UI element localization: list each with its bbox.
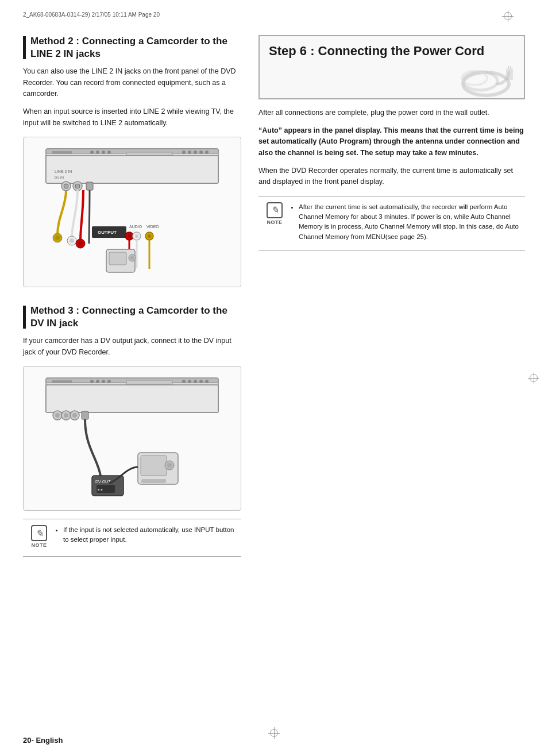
svg-point-53 — [205, 380, 209, 383]
svg-rect-48 — [126, 380, 172, 385]
svg-point-58 — [64, 413, 68, 418]
svg-point-69 — [167, 463, 172, 468]
method2-diagram: LINE 2 IN DV IN — [23, 137, 241, 287]
method3-heading: Method 3 : Connecting a Camcorder to the… — [23, 304, 241, 330]
svg-rect-61 — [82, 411, 88, 419]
svg-point-46 — [102, 380, 105, 383]
svg-point-31 — [128, 234, 131, 238]
svg-point-9 — [188, 151, 191, 154]
svg-point-47 — [107, 380, 111, 383]
svg-text:OUTPUT: OUTPUT — [98, 230, 117, 235]
svg-point-45 — [96, 380, 99, 383]
svg-text:VIDEO: VIDEO — [146, 225, 159, 229]
method3-note: ✎ NOTE If the input is not selected auto… — [23, 519, 241, 557]
svg-rect-74 — [506, 68, 513, 80]
svg-point-19 — [75, 184, 80, 188]
svg-point-51 — [194, 380, 197, 383]
method3-bar — [23, 306, 26, 329]
svg-point-6 — [107, 151, 111, 154]
svg-point-12 — [205, 151, 209, 154]
svg-point-60 — [72, 413, 77, 418]
step6-box: Step 6 : Connecting the Power Cord — [258, 35, 525, 99]
crosshair-bottom — [268, 727, 280, 739]
step6-body2: “Auto” appears in the panel display. Thi… — [258, 125, 525, 159]
method2-svg: LINE 2 IN DV IN — [34, 143, 230, 281]
method2-heading: Method 2 : Connecting a Camcorder to the… — [23, 35, 241, 60]
svg-point-72 — [463, 72, 497, 90]
step6-body1: After all connections are complete, plug… — [258, 107, 525, 118]
power-cord-icon — [434, 58, 515, 98]
method3-note-icon: ✎ NOTE — [29, 525, 49, 550]
step6-title: Step 6 : Connecting the Power Cord — [269, 43, 515, 59]
step6-note: ✎ NOTE After the current time is set aut… — [258, 196, 525, 250]
language-label: English — [36, 736, 63, 745]
main-content: Method 2 : Connecting a Camcorder to the… — [23, 35, 525, 557]
right-column: Step 6 : Connecting the Power Cord — [258, 35, 525, 557]
svg-point-8 — [182, 151, 186, 154]
svg-text:■ ■: ■ ■ — [98, 488, 103, 491]
method3-body1: If your camcorder has a DV output jack, … — [23, 335, 241, 358]
crosshair-top-right — [502, 10, 514, 22]
svg-text:DV IN: DV IN — [55, 176, 64, 179]
note-label: NOTE — [31, 542, 47, 548]
step6-note-item: After the current time is set automatica… — [299, 202, 519, 242]
method3-note-item: If the input is not selected automatical… — [63, 525, 236, 545]
method3-title: Method 3 : Connecting a Camcorder to the… — [30, 304, 241, 330]
svg-rect-38 — [109, 252, 126, 265]
svg-point-3 — [90, 151, 94, 154]
svg-point-44 — [90, 380, 94, 383]
note-pencil-icon2: ✎ — [267, 202, 283, 218]
svg-point-52 — [199, 380, 203, 383]
method3-diagram: DV OUT ■ ■ — [23, 366, 241, 511]
left-column: Method 2 : Connecting a Camcorder to the… — [23, 35, 241, 557]
svg-rect-20 — [86, 182, 93, 190]
svg-text:LINE 2 IN: LINE 2 IN — [55, 169, 72, 173]
step6-note-content: After the current time is set automatica… — [291, 202, 519, 244]
step6-image — [269, 64, 515, 98]
svg-point-50 — [188, 380, 191, 383]
svg-point-56 — [55, 413, 60, 418]
svg-point-24 — [70, 238, 74, 243]
svg-point-26 — [78, 241, 83, 246]
svg-point-49 — [182, 380, 186, 383]
method2-section: Method 2 : Connecting a Camcorder to the… — [23, 35, 241, 287]
svg-rect-43 — [52, 380, 72, 383]
svg-point-10 — [194, 151, 197, 154]
svg-point-36 — [148, 234, 151, 238]
page-number: 20- English — [23, 736, 63, 745]
method2-body1: You can also use the LINE 2 IN jacks on … — [23, 66, 241, 99]
svg-rect-70 — [141, 479, 166, 483]
method2-title: Method 2 : Connecting a Camcorder to the… — [30, 35, 241, 60]
svg-point-5 — [102, 151, 105, 154]
method3-section: Method 3 : Connecting a Camcorder to the… — [23, 304, 241, 557]
method2-bar — [23, 36, 26, 59]
svg-point-11 — [199, 151, 203, 154]
file-info: 2_AK68-00683A-0314-29) 2/17/05 10:11 AM … — [23, 11, 160, 18]
svg-rect-54 — [46, 385, 218, 412]
crosshair-right — [528, 372, 539, 384]
svg-text:AUDIO: AUDIO — [129, 225, 142, 229]
svg-point-17 — [64, 184, 68, 188]
svg-point-4 — [96, 151, 99, 154]
step6-body3: When the DVD Recorder operates normally,… — [258, 165, 525, 188]
svg-rect-67 — [141, 456, 167, 476]
header-bar: 2_AK68-00683A-0314-29) 2/17/05 10:11 AM … — [23, 11, 525, 18]
page-num-value: 20 — [23, 736, 31, 745]
svg-rect-2 — [52, 151, 72, 154]
method3-svg: DV OUT ■ ■ — [34, 372, 230, 504]
method3-note-content: If the input is not selected automatical… — [55, 525, 236, 547]
note-label2: NOTE — [267, 219, 282, 225]
svg-point-22 — [55, 236, 60, 240]
svg-point-40 — [130, 256, 134, 260]
method2-body2: When an input source is inserted into LI… — [23, 106, 241, 129]
page-container: 2_AK68-00683A-0314-29) 2/17/05 10:11 AM … — [0, 0, 548, 756]
svg-text:DV OUT: DV OUT — [95, 480, 111, 484]
note-pencil-icon: ✎ — [31, 525, 47, 541]
step6-note-icon: ✎ NOTE — [264, 202, 285, 227]
svg-point-33 — [135, 234, 138, 238]
